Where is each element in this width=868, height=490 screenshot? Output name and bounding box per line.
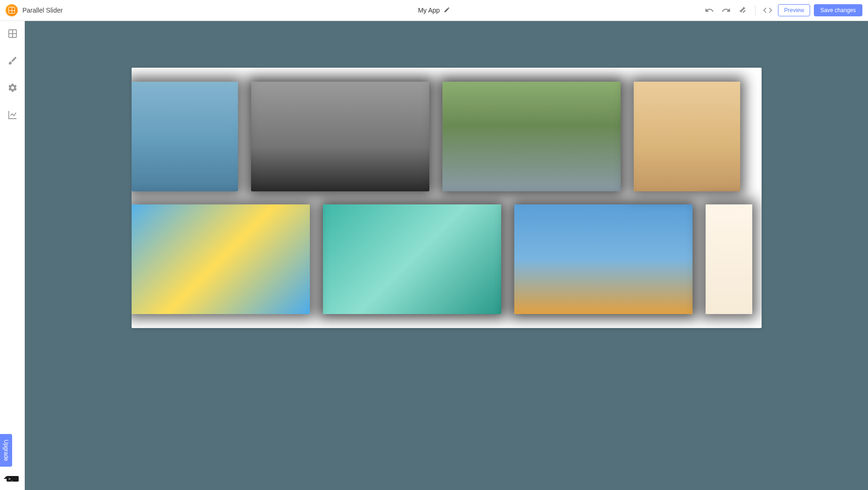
console-icon[interactable]: >_ [3,472,19,483]
slider-row-top [143,82,750,191]
slide-friends-sunset[interactable] [634,82,740,191]
slide-surfer-wave[interactable] [323,204,501,314]
brush-icon[interactable] [6,54,20,70]
save-changes-button[interactable]: Save changes [814,4,862,16]
page-title-wrap: My App [418,7,450,14]
header-left: Parallel Slider [6,4,63,16]
slide-color-festival[interactable] [132,204,310,314]
gear-icon[interactable] [6,81,20,97]
slide-friends-car-trunk[interactable] [442,82,621,191]
hammer-icon[interactable] [736,4,749,17]
redo-icon[interactable] [720,4,733,17]
slide-beach-woman[interactable] [706,204,752,314]
edit-title-icon[interactable] [443,7,450,14]
slide-swing-in-sky[interactable] [132,82,238,191]
page-title: My App [418,7,440,14]
undo-icon[interactable] [703,4,716,17]
app-header: Parallel Slider My App Preview Save chan… [0,0,868,21]
header-right: Preview Save changes [703,4,862,17]
header-divider [755,5,756,15]
svg-text:>_: >_ [8,477,13,481]
slider-row-bottom [143,204,750,314]
app-logo-icon[interactable] [6,4,18,16]
code-icon[interactable] [761,4,774,17]
layout-grid-icon[interactable] [6,27,20,42]
slide-dog-disguise-glasses[interactable] [251,82,429,191]
analytics-icon[interactable] [6,108,20,124]
left-sidebar [0,21,25,490]
upgrade-button[interactable]: Upgrade [0,434,12,467]
preview-button[interactable]: Preview [778,4,810,16]
editor-canvas[interactable] [25,21,868,490]
slide-carousel-sky[interactable] [514,204,693,314]
parallel-slider-widget[interactable] [132,68,762,328]
app-label: Parallel Slider [22,7,63,14]
